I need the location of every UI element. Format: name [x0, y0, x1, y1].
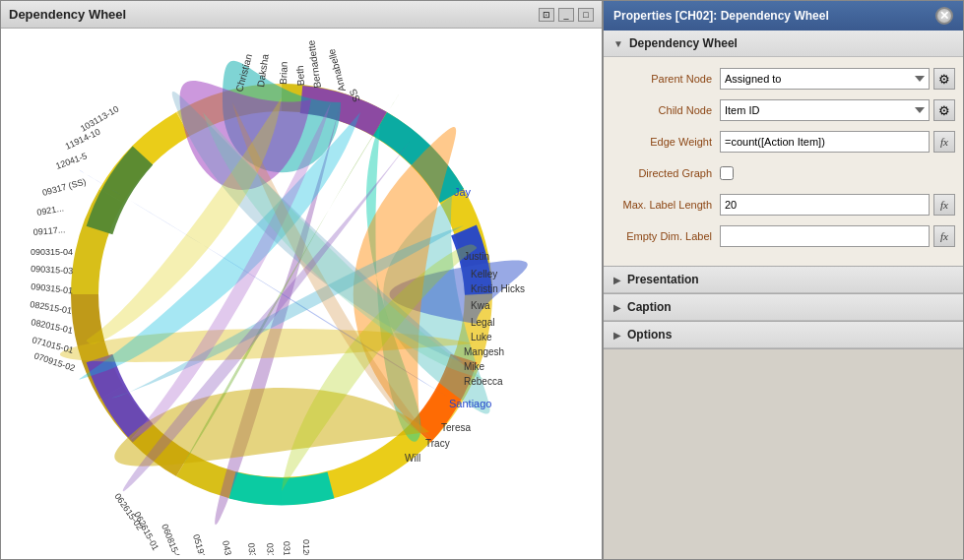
label-luke: Luke [471, 332, 492, 342]
left-panel-titlebar: Dependency Wheel ⊡ _ □ [1, 1, 602, 29]
label-santiago: Santiago [449, 398, 491, 409]
edge-weight-row: Edge Weight fx [611, 130, 955, 154]
parent-node-select[interactable]: Assigned to Item ID Caption [720, 68, 930, 90]
label-tracy: Tracy [425, 438, 450, 449]
child-node-control: Item ID Assigned to Caption ⚙ [720, 99, 955, 121]
max-label-fx[interactable]: fx [933, 194, 955, 216]
label-kristin: Kristin Hicks [471, 283, 525, 294]
section-presentation: ▶ Presentation [604, 267, 963, 294]
child-node-gear[interactable]: ⚙ [933, 99, 955, 121]
label-justin: Justin [464, 251, 489, 262]
max-label-row: Max. Label Length fx [611, 193, 955, 217]
svg-text:Beth: Beth [294, 65, 306, 86]
section-dependency-wheel: ▼ Dependency Wheel Parent Node Assigned … [604, 31, 963, 267]
empty-dim-control: fx [720, 225, 955, 247]
svg-text:031415-01: 031415-01 [282, 540, 292, 554]
close-button[interactable]: ✕ [935, 7, 953, 25]
left-panel-title: Dependency Wheel [9, 7, 126, 22]
svg-text:090315-04: 090315-04 [31, 247, 73, 257]
right-panel-header: Properties [CH02]: Dependency Wheel ✕ [604, 1, 963, 31]
label-kelley: Kelley [471, 269, 497, 280]
section-options-arrow: ▶ [613, 330, 621, 341]
right-panel: Properties [CH02]: Dependency Wheel ✕ ▼ … [603, 0, 964, 560]
right-panel-content: ▼ Dependency Wheel Parent Node Assigned … [604, 31, 963, 559]
directed-graph-control [720, 166, 955, 180]
svg-text:031715-01: 031715-01 [265, 542, 278, 555]
edge-weight-fx[interactable]: fx [933, 131, 955, 153]
max-label-input[interactable] [720, 194, 930, 216]
directed-graph-checkbox[interactable] [720, 166, 734, 180]
minimize-btn[interactable]: _ [558, 8, 574, 22]
right-panel-title: Properties [CH02]: Dependency Wheel [613, 9, 829, 23]
child-node-label: Child Node [611, 104, 720, 116]
svg-text:012015-01: 012015-01 [301, 539, 311, 555]
title-controls: ⊡ _ □ [539, 8, 594, 22]
label-rebecca: Rebecca [464, 376, 503, 387]
label-will: Will [405, 453, 420, 464]
empty-dim-fx[interactable]: fx [933, 225, 955, 247]
label-legal: Legal [471, 317, 494, 328]
dependency-wheel-svg: Jay Justin Kelley Kristin Hicks Kwa Lega… [16, 33, 587, 555]
chart-area: Jay Justin Kelley Kristin Hicks Kwa Lega… [1, 29, 602, 559]
max-label-label: Max. Label Length [611, 199, 720, 211]
directed-graph-label: Directed Graph [611, 167, 720, 179]
section-caption-header[interactable]: ▶ Caption [604, 294, 963, 321]
svg-text:Brian: Brian [278, 61, 289, 85]
section-dependency-wheel-title: Dependency Wheel [629, 36, 738, 50]
section-caption: ▶ Caption [604, 294, 963, 322]
parent-node-control: Assigned to Item ID Caption ⚙ [720, 68, 955, 90]
parent-node-gear[interactable]: ⚙ [933, 68, 955, 90]
restore-btn[interactable]: ⊡ [539, 8, 554, 22]
section-options-title: Options [627, 328, 672, 342]
child-node-select[interactable]: Item ID Assigned to Caption [720, 99, 930, 121]
section-options: ▶ Options [604, 322, 963, 349]
empty-dim-input[interactable] [720, 225, 930, 247]
parent-node-row: Parent Node Assigned to Item ID Caption … [611, 67, 955, 91]
parent-node-label: Parent Node [611, 73, 720, 85]
empty-dim-label: Empty Dim. Label [611, 230, 720, 242]
child-node-row: Child Node Item ID Assigned to Caption ⚙ [611, 98, 955, 122]
label-mangesh: Mangesh [464, 346, 504, 357]
max-label-control: fx [720, 194, 955, 216]
label-jay: Jay [454, 186, 472, 198]
label-mike: Mike [464, 361, 485, 372]
section-presentation-arrow: ▶ [613, 275, 621, 285]
empty-dim-row: Empty Dim. Label fx [611, 224, 955, 248]
section-options-header[interactable]: ▶ Options [604, 322, 963, 348]
section-arrow-down: ▼ [613, 38, 623, 49]
edge-weight-label: Edge Weight [611, 136, 720, 148]
label-teresa: Teresa [441, 422, 471, 433]
section-dependency-wheel-body: Parent Node Assigned to Item ID Caption … [604, 57, 963, 266]
edge-weight-input[interactable] [720, 131, 930, 153]
left-panel: Dependency Wheel ⊡ _ □ [0, 0, 603, 560]
section-caption-title: Caption [627, 300, 672, 314]
section-caption-arrow: ▶ [613, 302, 621, 313]
section-presentation-header[interactable]: ▶ Presentation [604, 267, 963, 293]
section-presentation-title: Presentation [627, 273, 699, 286]
maximize-btn[interactable]: □ [578, 8, 594, 22]
label-kwa: Kwa [471, 300, 490, 311]
directed-graph-row: Directed Graph [611, 161, 955, 185]
edge-weight-control: fx [720, 131, 955, 153]
section-dependency-wheel-header[interactable]: ▼ Dependency Wheel [604, 31, 963, 57]
